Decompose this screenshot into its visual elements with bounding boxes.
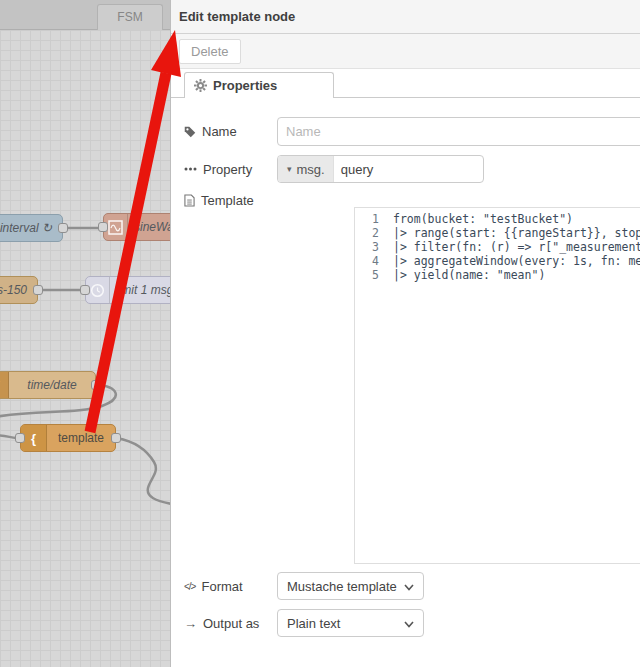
flow-canvas[interactable]: FSM interval ↻ sineWave ms-150 limit 1 m…	[0, 0, 170, 667]
node-sinewave[interactable]: sineWave	[103, 213, 170, 241]
node-template-input-port[interactable]	[15, 433, 25, 443]
line-number: 1	[355, 212, 393, 226]
line-number: 3	[355, 240, 393, 254]
code-line: 2 |> range(start: {{rangeStart}}, stop: …	[355, 226, 640, 240]
node-timedate[interactable]: f time/date	[0, 371, 96, 399]
node-sinewave-input-port[interactable]	[98, 222, 108, 232]
msg-type-selector[interactable]: ▾ msg.	[278, 156, 334, 182]
function-f-icon: f	[0, 372, 9, 398]
property-typed-input[interactable]: ▾ msg. query	[277, 155, 484, 183]
dialog-toolbar: Delete	[171, 34, 640, 69]
node-sinewave-label: sineWave	[128, 220, 170, 234]
caret-down-icon: ▾	[287, 164, 292, 174]
node-interval[interactable]: interval ↻	[0, 214, 63, 242]
node-interval-output-port[interactable]	[58, 223, 68, 233]
wire-template-out	[117, 438, 170, 504]
code-line: 3 |> filter(fn: (r) => r["_measurement"]…	[355, 240, 640, 254]
node-template-label: template	[47, 431, 115, 445]
output-label: → Output as	[184, 616, 264, 631]
document-icon	[184, 194, 195, 207]
property-value-input[interactable]: query	[334, 156, 374, 182]
node-template[interactable]: { template	[20, 424, 116, 452]
node-ms150-output-port[interactable]	[33, 285, 43, 295]
name-label: Name	[184, 124, 264, 139]
dialog-header: Edit template node	[171, 0, 640, 34]
node-ms150-label: ms-150	[0, 283, 37, 297]
wire-into-template	[0, 435, 16, 438]
code-line: 4 |> aggregateWindow(every: 1s, fn: mean…	[355, 254, 640, 268]
flow-wires	[0, 0, 170, 667]
format-select-value: Mustache template	[287, 579, 397, 594]
node-interval-label: interval ↻	[0, 221, 62, 235]
ellipsis-icon	[184, 167, 197, 171]
workspace-tab-fsm[interactable]: FSM	[97, 4, 163, 30]
output-select[interactable]: Plain text	[277, 609, 424, 637]
line-number: 2	[355, 226, 393, 240]
format-label: </> Format	[184, 579, 264, 594]
output-row: → Output as Plain text	[184, 609, 264, 637]
property-row: Property ▾ msg. query	[184, 155, 640, 183]
workspace-tab-bar: FSM	[0, 0, 170, 30]
node-limit-label: limit 1 msg/s	[110, 283, 170, 297]
property-label: Property	[184, 162, 264, 177]
tag-icon	[184, 126, 196, 138]
arrow-right-icon: →	[184, 616, 197, 631]
dialog-tab-row: Properties	[171, 72, 640, 98]
edit-template-dialog: Edit template node Delete Properties	[170, 0, 640, 667]
output-select-value: Plain text	[287, 616, 340, 631]
chevron-down-icon	[404, 616, 414, 631]
node-limit-input-port[interactable]	[80, 285, 90, 295]
template-label-row: Template	[184, 193, 254, 208]
name-row: Name	[184, 117, 640, 146]
template-code-editor[interactable]: 1 from(bucket: "testBucket") 2 |> range(…	[354, 207, 640, 564]
gear-icon	[194, 79, 207, 92]
tab-properties[interactable]: Properties	[184, 72, 334, 98]
name-input[interactable]	[277, 117, 640, 146]
template-label: Template	[184, 193, 254, 208]
delete-button[interactable]: Delete	[179, 39, 241, 64]
format-select[interactable]: Mustache template	[277, 572, 424, 600]
node-timedate-label: time/date	[9, 378, 95, 392]
code-line: 5 |> yield(name: "mean")	[355, 268, 640, 282]
node-template-output-port[interactable]	[111, 433, 121, 443]
dialog-title: Edit template node	[179, 9, 295, 24]
line-number: 5	[355, 268, 393, 282]
code-line: 1 from(bucket: "testBucket")	[355, 212, 640, 226]
chevron-down-icon	[404, 579, 414, 594]
tab-properties-label: Properties	[213, 78, 277, 93]
format-row: </> Format Mustache template	[184, 572, 264, 600]
line-number: 4	[355, 254, 393, 268]
node-timedate-output-port[interactable]	[91, 380, 101, 390]
node-limit[interactable]: limit 1 msg/s	[85, 276, 170, 304]
code-icon: </>	[184, 581, 195, 592]
msg-prefix-label: msg.	[297, 162, 325, 177]
